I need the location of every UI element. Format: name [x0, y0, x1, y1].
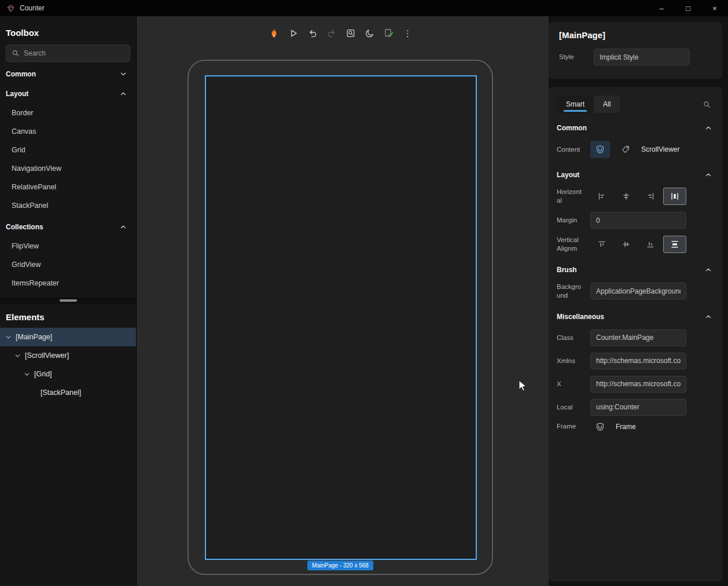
property-search-icon[interactable]	[699, 97, 714, 112]
align-center-horizontal-button[interactable]	[615, 188, 638, 205]
close-button[interactable]: ×	[701, 0, 728, 16]
toolbox-item-border[interactable]: Border	[0, 104, 136, 122]
toolbox-item-itemsrepeater[interactable]: ItemsRepeater	[0, 274, 136, 292]
device-frame	[187, 60, 493, 575]
section-layout[interactable]: Layout	[557, 165, 714, 185]
background-input[interactable]	[590, 283, 686, 299]
toolbox-item-relativepanel[interactable]: RelativePanel	[0, 178, 136, 196]
class-row: Class	[557, 329, 714, 346]
tag-icon[interactable]	[616, 141, 635, 158]
horizontal-alignment-label: Horizontal	[557, 188, 584, 205]
properties-panel: [MainPage] Style Smart All Common	[549, 16, 728, 586]
class-label: Class	[557, 334, 584, 342]
redo-icon[interactable]	[324, 25, 339, 41]
elements-panel: Elements [MainPage] [ScrollViewer]	[0, 304, 136, 402]
chevron-up-icon	[120, 224, 127, 230]
align-bottom-button[interactable]	[639, 236, 662, 253]
style-row: Style	[559, 49, 712, 65]
chevron-up-icon	[120, 90, 127, 97]
selection-size-badge: MainPage - 320 x 568	[307, 561, 373, 570]
style-input[interactable]	[594, 49, 690, 65]
toolbox-section-common[interactable]: Common	[0, 64, 136, 84]
frame-row: Frame Frame	[557, 422, 714, 431]
hot-reload-flame-icon[interactable]	[267, 25, 282, 41]
margin-input[interactable]	[590, 212, 686, 229]
titlebar: Counter – □ ×	[0, 0, 728, 16]
inspect-icon[interactable]	[343, 25, 358, 41]
chevron-down-icon	[14, 353, 21, 359]
vertical-alignment-label: Vertical Alignm	[557, 236, 584, 253]
toolbox-section-collections[interactable]: Collections	[0, 217, 136, 237]
toolbox-search-input[interactable]	[24, 49, 124, 57]
element-tree: [MainPage] [ScrollViewer] [Grid] [StackP…	[0, 328, 136, 402]
minimize-button[interactable]: –	[648, 0, 675, 16]
toolbox-item-grid[interactable]: Grid	[0, 141, 136, 159]
toolbox-item-gridview[interactable]: GridView	[0, 255, 136, 274]
chevron-up-icon	[705, 313, 712, 320]
mainpage-design-surface[interactable]	[205, 75, 477, 560]
align-top-button[interactable]	[590, 236, 613, 253]
margin-label: Margin	[557, 216, 584, 225]
local-input[interactable]	[590, 399, 686, 416]
chevron-up-icon	[705, 171, 712, 178]
background-label: Background	[557, 283, 584, 300]
content-label: Content	[557, 145, 584, 154]
align-center-vertical-button[interactable]	[615, 236, 638, 253]
horizontal-alignment-row: Horizontal	[557, 188, 714, 205]
toolbox-item-flipview[interactable]: FlipView	[0, 237, 136, 255]
section-brush[interactable]: Brush	[557, 260, 714, 280]
xmlns-row: Xmlns	[557, 353, 714, 369]
toolbox-item-canvas[interactable]: Canvas	[0, 122, 136, 141]
play-icon[interactable]	[286, 25, 301, 41]
elements-title: Elements	[0, 312, 136, 322]
inspector-tabs: Smart All	[557, 96, 620, 113]
inspector-tabs-row: Smart All	[557, 94, 714, 115]
toolbox-item-navigationview[interactable]: NavigationView	[0, 159, 136, 178]
local-row: Local	[557, 399, 714, 416]
app-window: Counter – □ × Toolbox Common Layout	[0, 0, 728, 586]
more-options-icon[interactable]: ⋮	[400, 25, 416, 41]
class-input[interactable]	[590, 329, 686, 346]
app-icon	[6, 3, 15, 13]
x-label: X	[557, 380, 584, 389]
align-right-button[interactable]	[639, 188, 662, 205]
xmlns-input[interactable]	[590, 353, 686, 369]
toolbox-search	[6, 45, 130, 62]
mouse-cursor	[519, 380, 529, 393]
align-left-button[interactable]	[590, 188, 613, 205]
designer-toolbar: ⋮	[267, 25, 416, 41]
xmlns-label: Xmlns	[557, 357, 584, 365]
x-input[interactable]	[590, 376, 686, 393]
content-value[interactable]: ScrollViewer	[641, 145, 679, 153]
content-row: Content ScrollViewer	[557, 141, 714, 158]
tree-item-mainpage[interactable]: [MainPage]	[0, 328, 136, 346]
theme-toggle-moon-icon[interactable]	[362, 25, 377, 41]
selected-element-title: [MainPage]	[559, 30, 712, 40]
horizontal-alignment-group	[590, 188, 686, 205]
vertical-alignment-group	[590, 236, 686, 253]
toolbox-section-layout[interactable]: Layout	[0, 84, 136, 104]
section-common[interactable]: Common	[557, 118, 714, 138]
tree-item-scrollviewer[interactable]: [ScrollViewer]	[0, 346, 136, 365]
maximize-button[interactable]: □	[675, 0, 701, 16]
section-miscellaneous[interactable]: Miscellaneous	[557, 307, 714, 327]
stretch-horizontal-button[interactable]	[663, 188, 686, 205]
panel-splitter[interactable]	[0, 297, 136, 304]
frame-value[interactable]: Frame	[616, 423, 636, 431]
vertical-alignment-row: Vertical Alignm	[557, 236, 714, 253]
tree-item-grid[interactable]: [Grid]	[0, 365, 136, 383]
tab-smart[interactable]: Smart	[557, 96, 594, 113]
tree-item-stackpanel[interactable]: [StackPanel]	[0, 383, 136, 402]
tab-all[interactable]: All	[594, 96, 620, 113]
toolbox-panel: Toolbox Common Layout Border Ca	[0, 16, 136, 292]
validate-check-icon[interactable]	[381, 25, 396, 41]
element-badge-icon	[590, 422, 610, 431]
window-title: Counter	[20, 4, 45, 12]
splitter-handle	[60, 299, 77, 302]
local-label: Local	[557, 403, 584, 412]
undo-icon[interactable]	[305, 25, 320, 41]
stretch-vertical-button[interactable]	[663, 236, 686, 253]
toolbox-item-stackpanel[interactable]: StackPanel	[0, 196, 136, 215]
element-badge-icon[interactable]	[590, 141, 610, 158]
frame-label: Frame	[557, 422, 584, 431]
